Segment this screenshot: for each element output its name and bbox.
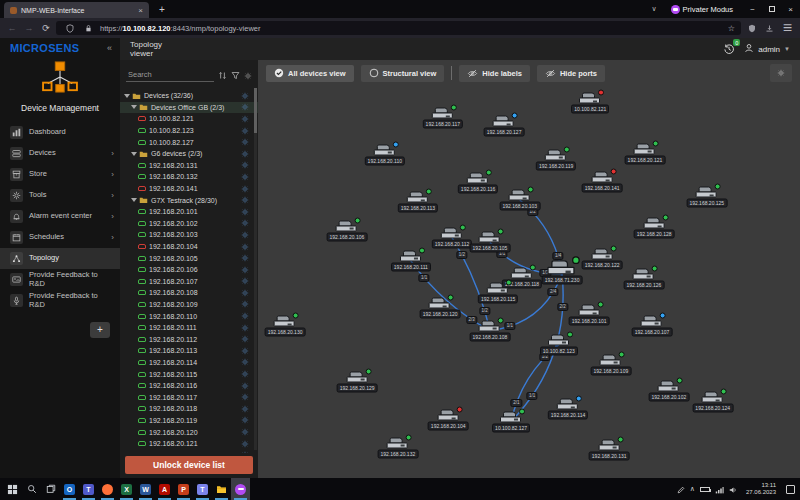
topology-device[interactable]: 192.168.20.103 <box>499 190 540 211</box>
tree-device-row[interactable]: 192.168.20.102 <box>120 218 258 230</box>
sidebar-add-button[interactable]: + <box>90 322 110 338</box>
row-gear-icon[interactable] <box>241 416 249 424</box>
tree-device-row[interactable]: 192.168.20.105 <box>120 252 258 264</box>
caret-down-icon[interactable] <box>131 152 137 156</box>
tree-scrollbar-thumb[interactable] <box>254 88 257 133</box>
filter-icon[interactable] <box>231 66 240 84</box>
tree-folder-row[interactable]: Devices (32/36) <box>120 90 258 102</box>
tree-device-row[interactable]: 192.168.20.122 <box>120 449 258 453</box>
tree-device-row[interactable]: 192.168.20.109 <box>120 299 258 311</box>
topology-device[interactable]: 192.168.20.126 <box>624 268 665 289</box>
topology-device[interactable]: 192.168.20.111 <box>391 250 431 271</box>
row-gear-icon[interactable] <box>241 358 249 366</box>
url-bar[interactable]: https://10.100.82.120:8443/nmp/topology-… <box>56 21 741 35</box>
topology-device[interactable]: 192.168.20.101 <box>569 305 610 326</box>
bookmark-star-icon[interactable]: ☆ <box>728 24 735 33</box>
tree-scrollbar[interactable] <box>254 88 257 450</box>
topology-device[interactable]: 192.168.20.113 <box>398 192 438 213</box>
row-gear-icon[interactable] <box>241 289 249 297</box>
menu-hamburger-icon[interactable]: ≡ <box>780 19 795 37</box>
topology-device[interactable]: 192.168.20.131 <box>589 439 630 460</box>
topology-device[interactable]: 192.168.20.141 <box>582 172 623 193</box>
row-gear-icon[interactable] <box>241 277 249 285</box>
row-gear-icon[interactable] <box>241 243 249 251</box>
row-gear-icon[interactable] <box>241 324 249 332</box>
topology-device[interactable]: 10.100.82.123 <box>540 334 578 355</box>
window-close-button[interactable]: × <box>781 0 800 18</box>
topology-device[interactable]: 192.168.20.107 <box>632 315 673 336</box>
taskbar-task-view-icon[interactable] <box>41 478 60 500</box>
row-gear-icon[interactable] <box>241 382 249 390</box>
sidebar-item-topology[interactable]: Topology <box>0 248 120 269</box>
caret-down-icon[interactable] <box>131 105 137 109</box>
topology-device[interactable]: 192.168.20.109 <box>590 354 631 375</box>
tree-device-row[interactable]: 192.168.20.131 <box>120 160 258 172</box>
tab-list-chevron-icon[interactable]: ∨ <box>651 5 656 13</box>
topology-device[interactable]: 192.168.20.110 <box>365 144 405 165</box>
tree-device-row[interactable]: 192.168.20.119 <box>120 415 258 427</box>
topology-device[interactable]: 192.168.20.121 <box>625 143 666 164</box>
taskbar-excel-icon[interactable]: X <box>117 478 136 500</box>
topology-device[interactable]: 192.168.20.117 <box>423 108 463 129</box>
taskbar-word-icon[interactable]: W <box>136 478 155 500</box>
pen-icon[interactable] <box>677 480 685 498</box>
row-gear-icon[interactable] <box>241 173 249 181</box>
row-gear-icon[interactable] <box>241 347 249 355</box>
topology-device[interactable]: 192.168.71.230 <box>542 263 583 284</box>
unlock-device-list-button[interactable]: Unlock device list <box>125 456 253 474</box>
tree-device-row[interactable]: 192.168.20.112 <box>120 333 258 345</box>
taskbar-clock[interactable]: 13:11 27.06.2023 <box>746 482 776 496</box>
taskbar-powerpoint-icon[interactable]: P <box>174 478 193 500</box>
tree-device-row[interactable]: 10.100.82.121 <box>120 113 258 125</box>
tree-folder-row[interactable]: G7X Testrack (28/30) <box>120 194 258 206</box>
row-gear-icon[interactable] <box>241 161 249 169</box>
sidebar-item-provide-feedback-to-r-d[interactable]: Provide Feedback to R&D <box>0 269 120 290</box>
taskbar-firefox-icon[interactable] <box>98 478 117 500</box>
tree-device-row[interactable]: 192.168.20.114 <box>120 357 258 369</box>
row-gear-icon[interactable] <box>241 266 249 274</box>
topology-device[interactable]: 192.168.20.129 <box>337 371 378 392</box>
taskbar-search-icon[interactable] <box>22 478 41 500</box>
row-gear-icon[interactable] <box>241 370 249 378</box>
topology-device[interactable]: 192.168.20.115 <box>478 282 518 303</box>
hidden-icons-chevron-icon[interactable]: ∧ <box>690 485 695 493</box>
topology-device[interactable]: 192.168.20.124 <box>692 392 733 413</box>
tree-settings-gear-icon[interactable] <box>244 66 252 84</box>
back-button[interactable]: ← <box>5 23 19 33</box>
tree-device-row[interactable]: 192.168.20.107 <box>120 276 258 288</box>
row-gear-icon[interactable] <box>241 405 249 413</box>
forward-button[interactable]: → <box>22 23 36 33</box>
topology-device[interactable]: 192.168.20.127 <box>484 116 525 137</box>
tree-device-row[interactable]: 192.168.20.110 <box>120 310 258 322</box>
row-gear-icon[interactable] <box>241 254 249 262</box>
tree-device-row[interactable]: 192.168.20.115 <box>120 368 258 380</box>
row-gear-icon[interactable] <box>241 208 249 216</box>
topology-device[interactable]: 192.168.20.119 <box>536 149 576 170</box>
volume-icon[interactable] <box>729 480 738 498</box>
sidebar-item-schedules[interactable]: Schedules› <box>0 227 120 248</box>
row-gear-icon[interactable] <box>241 300 249 308</box>
row-gear-icon[interactable] <box>241 335 249 343</box>
caret-down-icon[interactable] <box>131 198 137 202</box>
sort-icon[interactable] <box>218 66 227 84</box>
tree-device-row[interactable]: 10.100.82.127 <box>120 136 258 148</box>
topology-device[interactable]: 192.168.20.125 <box>686 187 727 208</box>
search-input[interactable] <box>126 69 214 82</box>
tree-folder-row[interactable]: G6 devices (2/3) <box>120 148 258 160</box>
topology-device[interactable]: 192.168.20.105 <box>470 232 511 253</box>
topology-device[interactable]: 192.168.20.112 <box>432 227 472 248</box>
sidebar-item-store[interactable]: Store› <box>0 164 120 185</box>
download-icon[interactable] <box>762 24 777 33</box>
row-gear-icon[interactable] <box>241 231 249 239</box>
tree-device-row[interactable]: 192.168.20.113 <box>120 345 258 357</box>
topology-device[interactable]: 10.100.82.121 <box>571 93 609 114</box>
row-gear-icon[interactable] <box>241 312 249 320</box>
topology-device[interactable]: 192.168.20.108 <box>470 320 511 341</box>
topology-device[interactable]: 192.168.20.128 <box>634 218 675 239</box>
extensions-shield-icon[interactable] <box>744 24 759 33</box>
row-gear-icon[interactable] <box>241 428 249 436</box>
toolbar-button-all-devices-view[interactable]: All devices view <box>266 65 354 82</box>
sidebar-collapse-icon[interactable]: « <box>107 43 112 53</box>
topology-device[interactable]: 192.168.20.130 <box>265 316 306 337</box>
new-tab-button[interactable]: + <box>159 4 165 15</box>
